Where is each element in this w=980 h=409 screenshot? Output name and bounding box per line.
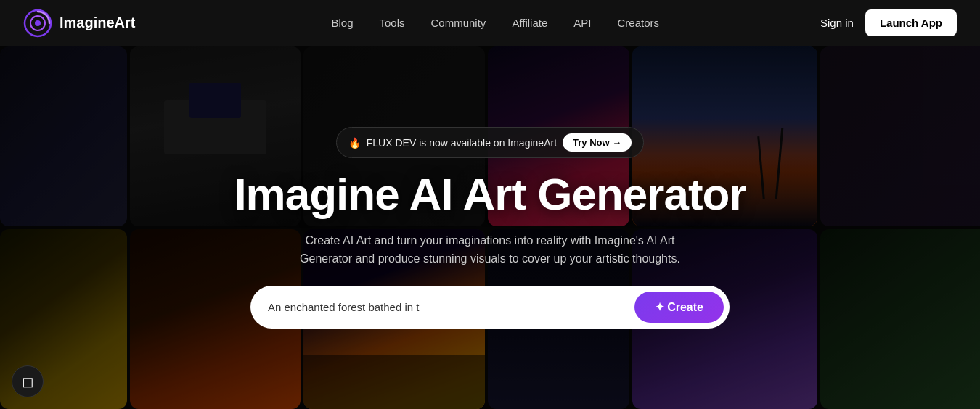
- nav-actions: Sign in Launch App: [820, 9, 957, 36]
- create-button[interactable]: ✦ Create: [634, 292, 724, 323]
- nav-affiliate[interactable]: Affiliate: [512, 17, 547, 29]
- hero-title: Imagine AI Art Generator: [234, 170, 746, 219]
- logo-icon: [23, 9, 52, 38]
- flux-badge-text: FLUX DEV is now available on ImagineArt: [367, 137, 557, 149]
- try-now-button[interactable]: Try Now →: [563, 133, 632, 152]
- nav-community[interactable]: Community: [431, 17, 486, 29]
- flux-badge[interactable]: 🔥 FLUX DEV is now available on ImagineAr…: [336, 127, 644, 158]
- chat-icon: ◻: [22, 373, 34, 390]
- sign-in-button[interactable]: Sign in: [820, 17, 854, 29]
- nav-api[interactable]: API: [573, 17, 591, 29]
- hero-subtitle: Create AI Art and turn your imaginations…: [287, 231, 693, 268]
- nav-tools[interactable]: Tools: [379, 17, 404, 29]
- logo-text: ImagineArt: [60, 15, 135, 31]
- navbar: ImagineArt Blog Tools Community Affiliat…: [0, 0, 980, 46]
- search-bar: ✦ Create: [250, 286, 730, 329]
- nav-blog[interactable]: Blog: [331, 17, 353, 29]
- nav-creators[interactable]: Creators: [617, 17, 659, 29]
- hero-content: 🔥 FLUX DEV is now available on ImagineAr…: [234, 127, 746, 328]
- search-input[interactable]: [268, 301, 634, 313]
- logo[interactable]: ImagineArt: [23, 9, 135, 38]
- svg-point-2: [35, 20, 41, 26]
- nav-links: Blog Tools Community Affiliate API Creat…: [170, 17, 820, 29]
- flame-icon: 🔥: [348, 137, 361, 149]
- chat-bubble-button[interactable]: ◻: [12, 365, 44, 397]
- launch-app-button[interactable]: Launch App: [865, 9, 957, 36]
- hero-section: 🔥 FLUX DEV is now available on ImagineAr…: [0, 46, 980, 409]
